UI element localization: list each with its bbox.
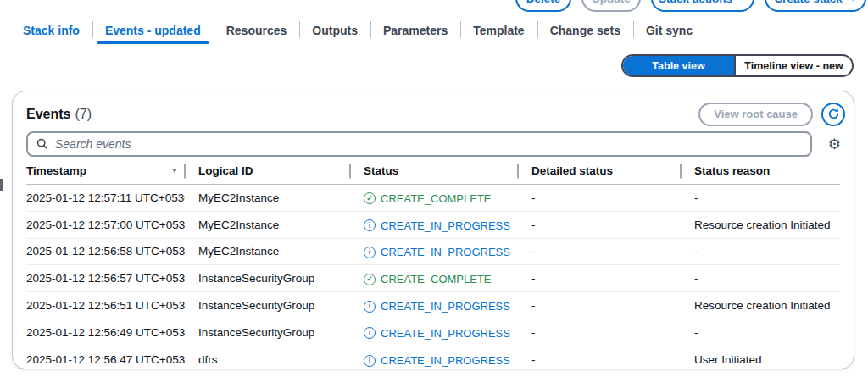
tab-template[interactable]: Template (460, 18, 537, 42)
table-row: 2025-01-12 12:56:58 UTC+0530 MyEC2Instan… (26, 239, 840, 266)
panel-title: Events(7) (26, 107, 92, 122)
cell-status-reason: Resource creation Initiated (681, 299, 840, 312)
stack-actions-button[interactable]: Stack actions ▼ (651, 0, 754, 12)
caret-down-icon: ▼ (739, 0, 747, 3)
cell-detailed-status: - (518, 219, 681, 231)
cell-status-reason: - (681, 191, 840, 204)
cell-status: i CREATE_IN_PROGRESS (350, 244, 518, 258)
search-row: ⚙ (13, 125, 854, 157)
cell-timestamp: 2025-01-12 12:57:00 UTC+0530 (26, 219, 185, 231)
status-label: CREATE_IN_PROGRESS (381, 246, 510, 258)
cell-logical-id: InstanceSecurityGroup (185, 272, 350, 285)
cell-logical-id: InstanceSecurityGroup (185, 326, 350, 339)
stack-action-bar: Delete Update Stack actions ▼ Create sta… (515, 0, 866, 12)
cell-timestamp: 2025-01-12 12:56:51 UTC+0530 (26, 299, 185, 312)
cell-detailed-status: - (518, 191, 681, 204)
table-row: 2025-01-12 12:57:11 UTC+0530 MyEC2Instan… (26, 185, 840, 212)
create-stack-button-label: Create stack (774, 0, 842, 5)
table-header-row: Timestamp ▼ Logical ID Status Detailed s… (26, 164, 840, 185)
cell-status-reason: Resource creation Initiated (681, 219, 840, 231)
delete-button[interactable]: Delete (515, 0, 571, 12)
cell-timestamp: 2025-01-12 12:56:58 UTC+0530 (26, 245, 185, 258)
cell-status-reason: - (681, 245, 840, 258)
search-input[interactable] (55, 137, 802, 151)
info-icon: i (364, 301, 376, 313)
delete-button-label: Delete (526, 0, 561, 5)
cell-timestamp: 2025-01-12 12:56:47 UTC+0530 (26, 353, 185, 366)
cell-status: i CREATE_IN_PROGRESS (350, 352, 518, 367)
cell-timestamp: 2025-01-12 12:57:11 UTC+0530 (26, 191, 185, 204)
events-panel-header: Events(7) View root cause (13, 91, 854, 125)
events-table: Timestamp ▼ Logical ID Status Detailed s… (26, 164, 840, 374)
search-box[interactable] (26, 131, 812, 157)
cell-status: i CREATE_IN_PROGRESS (350, 298, 518, 313)
refresh-icon (827, 108, 840, 120)
info-icon: i (364, 327, 376, 339)
refresh-button[interactable] (821, 103, 845, 126)
tab-parameters[interactable]: Parameters (370, 18, 460, 42)
info-icon: i (364, 247, 376, 258)
status-label: CREATE_IN_PROGRESS (381, 300, 510, 313)
view-root-cause-button[interactable]: View root cause (698, 103, 813, 126)
cell-status-reason: - (681, 272, 840, 285)
cell-status-reason: - (681, 326, 840, 339)
column-header-label: Timestamp (26, 164, 86, 177)
cell-timestamp: 2025-01-12 12:56:57 UTC+0530 (26, 272, 185, 285)
info-icon: i (364, 355, 376, 367)
cell-detailed-status: - (518, 353, 681, 366)
tab-change-sets[interactable]: Change sets (537, 18, 633, 42)
table-row: 2025-01-12 12:57:00 UTC+0530 MyEC2Instan… (26, 212, 840, 239)
info-icon: i (364, 219, 376, 231)
status-label: CREATE_COMPLETE (381, 192, 492, 205)
cell-logical-id: MyEC2Instance (185, 191, 350, 204)
cell-logical-id: MyEC2Instance (185, 245, 350, 258)
left-edge-artifact (0, 179, 3, 191)
tab-git-sync[interactable]: Git sync (633, 18, 705, 42)
panel-title-text: Events (26, 107, 70, 121)
column-header-timestamp[interactable]: Timestamp ▼ (26, 164, 185, 177)
table-row: 2025-01-12 12:56:49 UTC+0530 InstanceSec… (26, 319, 840, 346)
cell-status-reason: User Initiated (681, 353, 840, 366)
cell-detailed-status: - (518, 326, 681, 339)
caret-down-icon: ▼ (849, 0, 857, 3)
cell-detailed-status: - (518, 299, 681, 312)
create-stack-button[interactable]: Create stack ▼ (765, 0, 866, 12)
cell-detailed-status: - (518, 272, 681, 285)
success-icon: ✓ (364, 274, 376, 285)
update-button-label: Update (592, 0, 631, 5)
gear-icon[interactable]: ⚙ (828, 137, 841, 152)
table-row: 2025-01-12 12:56:57 UTC+0530 InstanceSec… (26, 265, 840, 292)
stack-tabs: Stack info Events - updated Resources Ou… (10, 18, 705, 42)
sort-descending-icon: ▼ (171, 167, 178, 175)
panel-header-actions: View root cause (698, 103, 845, 126)
tabs-divider (0, 42, 868, 42)
tab-resources[interactable]: Resources (214, 18, 300, 42)
column-header-logical-id: Logical ID (185, 164, 350, 177)
tab-stack-info[interactable]: Stack info (10, 18, 92, 42)
status-label: CREATE_IN_PROGRESS (381, 354, 510, 367)
status-label: CREATE_COMPLETE (381, 273, 492, 285)
cell-status: ✓ CREATE_COMPLETE (350, 191, 518, 205)
success-icon: ✓ (364, 192, 376, 204)
table-row: 2025-01-12 12:56:51 UTC+0530 InstanceSec… (26, 292, 840, 319)
events-count: (7) (75, 107, 92, 121)
toggle-timeline-view[interactable]: Timeline view - new (734, 56, 852, 75)
column-header-detailed-status: Detailed status (518, 164, 681, 177)
cell-status: ✓ CREATE_COMPLETE (350, 271, 518, 285)
cell-logical-id: MyEC2Instance (185, 219, 350, 231)
status-label: CREATE_IN_PROGRESS (381, 327, 510, 340)
tab-outputs[interactable]: Outputs (299, 18, 370, 42)
search-icon (36, 138, 48, 150)
cell-detailed-status: - (518, 245, 681, 258)
cell-status: i CREATE_IN_PROGRESS (350, 325, 518, 340)
update-button[interactable]: Update (581, 0, 641, 12)
view-mode-toggle: Table view Timeline view - new (621, 54, 854, 77)
events-panel: Events(7) View root cause (12, 91, 854, 369)
column-header-status-reason: Status reason (681, 164, 840, 177)
cell-logical-id: InstanceSecurityGroup (185, 299, 350, 312)
stack-actions-button-label: Stack actions (659, 0, 732, 5)
cell-status: i CREATE_IN_PROGRESS (350, 218, 518, 232)
tab-events-updated[interactable]: Events - updated (92, 18, 214, 42)
toggle-table-view[interactable]: Table view (623, 56, 734, 75)
table-row: 2025-01-12 12:56:47 UTC+0530 dfrs i CREA… (26, 346, 840, 374)
